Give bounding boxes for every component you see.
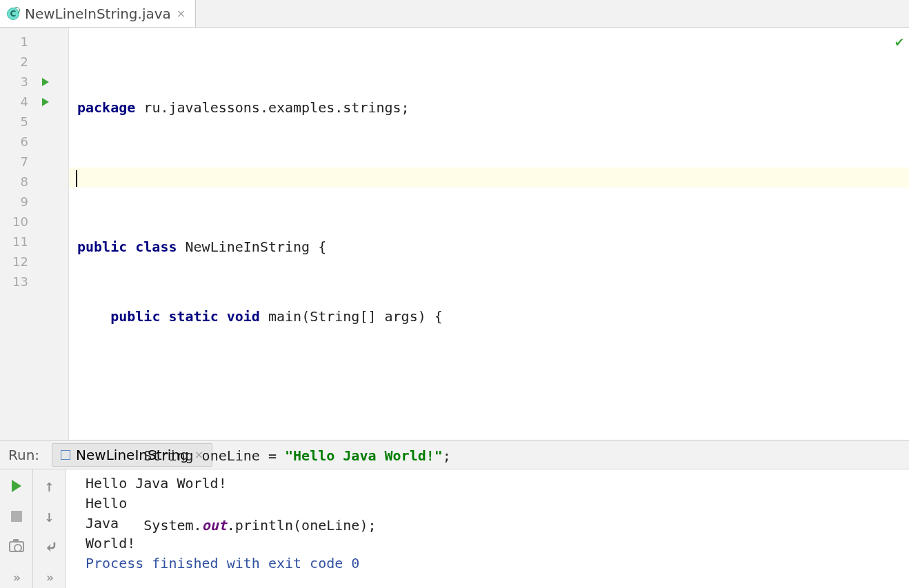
- scroll-down-button[interactable]: ↓: [40, 507, 59, 526]
- line-number[interactable]: 4: [0, 92, 68, 112]
- caret: [76, 170, 77, 187]
- line-number[interactable]: 2: [0, 52, 68, 72]
- line-number[interactable]: 11: [0, 232, 68, 252]
- more-button-2[interactable]: »: [40, 567, 59, 587]
- indent: [77, 308, 110, 325]
- field-out: out: [202, 517, 227, 534]
- inspection-ok-icon[interactable]: ✔: [895, 33, 903, 50]
- line-number[interactable]: 13: [0, 272, 68, 292]
- code-text: System.: [143, 517, 201, 534]
- wrap-icon: ⤶: [45, 538, 54, 556]
- code-text: ru.javalessons.examples.strings;: [135, 99, 409, 116]
- code-text: ;: [443, 447, 451, 464]
- soft-wrap-button[interactable]: ⤶: [40, 537, 59, 556]
- camera-icon: [9, 541, 24, 552]
- kw-class: public class: [77, 239, 177, 255]
- code-area[interactable]: ✔ package ru.javalessons.examples.string…: [69, 28, 909, 440]
- kw-package: package: [77, 99, 135, 116]
- gutter: 1 2 3 4 5 6 7 8 9 10 11 12 13: [0, 28, 69, 440]
- run-toolbar-primary: »: [0, 469, 33, 588]
- line-number[interactable]: 10: [0, 212, 68, 232]
- code-line[interactable]: String oneLine = "Hello Java World!";: [69, 446, 909, 466]
- line-number[interactable]: 5: [0, 112, 68, 132]
- line-number[interactable]: 7: [0, 152, 68, 172]
- code-text: NewLineInString {: [177, 239, 327, 255]
- line-number[interactable]: 12: [0, 252, 68, 272]
- run-toolbar-secondary: ↑ ↓ ⤶ »: [33, 469, 66, 588]
- stop-icon: [11, 511, 22, 522]
- more-button[interactable]: »: [7, 567, 26, 587]
- line-number[interactable]: 9: [0, 192, 68, 212]
- stop-button[interactable]: [7, 507, 26, 526]
- indent: [77, 447, 143, 464]
- line-number[interactable]: 8: [0, 172, 68, 192]
- indent: [77, 517, 143, 534]
- editor: 1 2 3 4 5 6 7 8 9 10 11 12 13 ✔ package …: [0, 28, 909, 440]
- run-label: Run:: [0, 447, 52, 463]
- close-tab-icon[interactable]: ×: [177, 7, 186, 20]
- arrow-down-icon: ↓: [44, 508, 54, 525]
- line-number[interactable]: 1: [0, 32, 68, 52]
- code-text: main(String[] args) {: [260, 308, 443, 325]
- code-line[interactable]: public class NewLineInString {: [69, 237, 909, 257]
- screenshot-button[interactable]: [7, 537, 26, 556]
- rerun-button[interactable]: [7, 476, 26, 496]
- line-number[interactable]: 3: [0, 72, 68, 92]
- code-line[interactable]: System.out.println(oneLine);: [69, 516, 909, 536]
- line-number[interactable]: 6: [0, 132, 68, 152]
- chevrons-icon: »: [46, 570, 52, 585]
- java-class-icon: C: [7, 8, 19, 20]
- string-literal: "Hello Java World!": [285, 447, 443, 464]
- code-line[interactable]: [69, 376, 909, 396]
- code-text: .println(oneLine);: [227, 517, 377, 534]
- file-tab[interactable]: C NewLineInString.java ×: [0, 0, 196, 27]
- code-line[interactable]: [69, 168, 909, 187]
- code-line[interactable]: [69, 585, 909, 588]
- kw-method: public static void: [110, 308, 260, 325]
- chevrons-icon: »: [13, 570, 19, 585]
- file-tab-label: NewLineInString.java: [25, 6, 171, 22]
- play-icon: [12, 480, 21, 492]
- editor-tabs: C NewLineInString.java ×: [0, 0, 909, 28]
- scroll-up-button[interactable]: ↑: [40, 476, 59, 496]
- code-text: String oneLine =: [143, 447, 285, 464]
- code-line[interactable]: public static void main(String[] args) {: [69, 307, 909, 327]
- arrow-up-icon: ↑: [44, 478, 54, 494]
- code-line[interactable]: package ru.javalessons.examples.strings;: [69, 98, 909, 118]
